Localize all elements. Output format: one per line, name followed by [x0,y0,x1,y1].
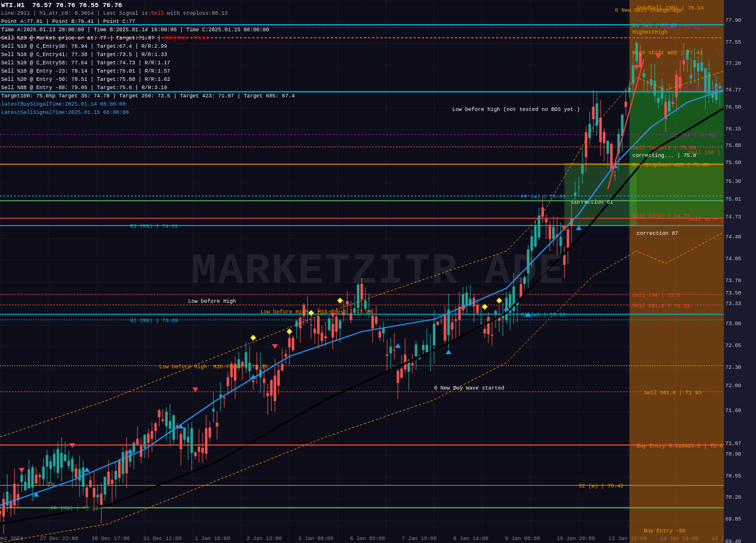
sell-20-market: Sell %20 @ Market price or at: 77 | Targ… [1,34,295,42]
sell-10-c38: Sell %10 @ C_Entry38: 76.94 | Target:67.… [1,42,295,51]
price-scale-label: 70.90 [725,452,741,457]
price-scale-label: 75.30 [725,179,741,185]
latest-buy-signal: latestBuySingalTime:2025.01.14 08:00:00 [1,100,295,109]
price-scale-label: 72.30 [725,365,741,371]
sell-10-c41: Sell %10 @ C_Entry41: 77.38 | Target:73.… [1,51,295,59]
price-scale-label: 72.00 [725,383,741,389]
price-scale: 78.2577.9077.5577.2076.7776.5076.1575.88… [724,0,756,543]
sell-10-c58: Sell %10 @ C_Entry58: 77.64 | Target:74.… [1,59,295,67]
price-scale-label: 77.90 [725,18,741,24]
price-scale-label: 74.05 [725,256,741,262]
price-scale-label: 70.20 [725,495,741,501]
price-scale-label: 76.15 [725,126,741,132]
price-scale-label: 71.07 [725,441,741,447]
sell-10-e23: Sell %10 @ Entry -23: 78.14 | Target:75.… [1,67,295,76]
price-scale-label: 69.85 [725,516,741,522]
price-scale-label: 72.65 [725,343,741,349]
price-scale-label: 75.60 [725,160,741,166]
price-scale-label: 70.55 [725,473,741,479]
price-scale-label: 76.50 [725,104,741,110]
price-scale-label: 74.73 [725,214,741,220]
time-info: Time A:2025.01.13 20:00:00 | Time B:2025… [1,26,295,34]
points-info: Point A:77.81 | Point B:76.41 | Point C:… [1,18,295,26]
price-scale-label: 77.55 [725,40,741,45]
sell-20-e50: Sell %20 @ Entry -50: 78.51 | Target:75.… [1,76,295,84]
price-scale-label: 75.01 [725,197,741,202]
line-info: Line:2911 | h1_atr_c0: 0.3014 | Last Sig… [1,9,295,18]
sell-88-e88: Sell %88 @ Entry -88: 79.05 | Target:75.… [1,84,295,92]
price-scale-label: 78.25 [725,0,741,2]
chart-container: MARKETZITR ADE WTI.H1 76.57 76.76 76.55 … [0,0,756,543]
price-scale-label: 77.20 [725,61,741,67]
price-scale-label: 76.77 [725,87,741,93]
price-scale-label: 74.40 [725,234,741,240]
price-scale-label: 73.33 [725,301,741,307]
price-scale-label: 75.88 [725,143,741,149]
chart-title: WTI.H1 76.57 76.76 76.55 76.76 [1,1,295,9]
price-scale-label: 73.70 [725,278,741,284]
header-info: WTI.H1 76.57 76.76 76.55 76.76 Line:2911… [1,1,295,117]
latest-sell-signal: LatestSellSignalTime:2025.01.15 08:00:00 [1,109,295,117]
price-scale-label: 73.50 [725,290,741,296]
price-scale-label: 73.00 [725,321,741,327]
price-scale-label: 71.60 [725,408,741,414]
price-scale-label: 69.49 [725,539,741,543]
targets: Target100: 75.05p Target 35: 74.78 | Tar… [1,92,295,100]
